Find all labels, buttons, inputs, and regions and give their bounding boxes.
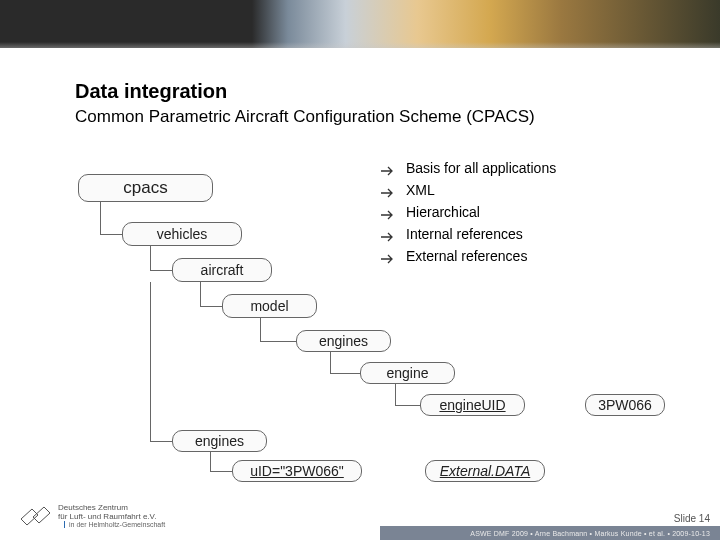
connector bbox=[330, 352, 331, 373]
title-block: Data integration Common Parametric Aircr… bbox=[75, 80, 535, 127]
page-title: Data integration bbox=[75, 80, 535, 103]
slide-number: Slide 14 bbox=[380, 513, 720, 524]
dlr-logo: Deutsches Zentrum für Luft- und Raumfahr… bbox=[18, 504, 165, 529]
bullet-text: External references bbox=[406, 248, 527, 264]
bullet-item: XML bbox=[380, 182, 556, 198]
node-uid: uID="3PW066" bbox=[232, 460, 362, 482]
node-engine: engine bbox=[360, 362, 455, 384]
org-line2: für Luft- und Raumfahrt e.V. bbox=[58, 513, 165, 522]
node-engines-2: engines bbox=[172, 430, 267, 452]
connector bbox=[395, 405, 420, 406]
connector bbox=[200, 282, 201, 306]
footer-bar: ASWE DMF 2009 • Arne Bachmann • Markus K… bbox=[380, 526, 720, 540]
node-cpacs: cpacs bbox=[78, 174, 213, 202]
dlr-logo-icon bbox=[18, 505, 52, 527]
bullet-item: External references bbox=[380, 248, 556, 264]
page-subtitle: Common Parametric Aircraft Configuration… bbox=[75, 107, 535, 127]
connector bbox=[330, 373, 360, 374]
bullet-text: XML bbox=[406, 182, 435, 198]
connector bbox=[395, 384, 396, 405]
node-engines-1: engines bbox=[296, 330, 391, 352]
connector bbox=[260, 318, 261, 341]
node-model: model bbox=[222, 294, 317, 318]
arrow-icon bbox=[380, 163, 396, 173]
connector bbox=[260, 341, 296, 342]
header-image bbox=[0, 0, 720, 48]
helmholtz-text: in der Helmholtz-Gemeinschaft bbox=[64, 521, 165, 528]
node-external-data: External.DATA bbox=[425, 460, 545, 482]
connector bbox=[150, 270, 172, 271]
node-aircraft: aircraft bbox=[172, 258, 272, 282]
connector bbox=[200, 306, 222, 307]
node-vehicles: vehicles bbox=[122, 222, 242, 246]
header-banner bbox=[0, 0, 720, 48]
arrow-icon bbox=[380, 185, 396, 195]
connector bbox=[100, 234, 122, 235]
connector bbox=[210, 471, 232, 472]
connector bbox=[210, 452, 211, 471]
connector bbox=[150, 282, 151, 441]
node-engine-uid: engineUID bbox=[420, 394, 525, 416]
connector bbox=[100, 202, 101, 234]
connector bbox=[150, 441, 172, 442]
connector bbox=[150, 246, 151, 270]
bullet-item: Hierarchical bbox=[380, 204, 556, 220]
bullet-text: Hierarchical bbox=[406, 204, 480, 220]
bullet-text: Basis for all applications bbox=[406, 160, 556, 176]
dlr-logo-text: Deutsches Zentrum für Luft- und Raumfahr… bbox=[58, 504, 165, 529]
bullet-item: Internal references bbox=[380, 226, 556, 242]
arrow-icon bbox=[380, 229, 396, 239]
node-3pw066: 3PW066 bbox=[585, 394, 665, 416]
bullet-list: Basis for all applications XML Hierarchi… bbox=[380, 160, 556, 270]
connector bbox=[100, 202, 101, 203]
bullet-text: Internal references bbox=[406, 226, 523, 242]
arrow-icon bbox=[380, 251, 396, 261]
bullet-item: Basis for all applications bbox=[380, 160, 556, 176]
footer-right: Slide 14 ASWE DMF 2009 • Arne Bachmann •… bbox=[380, 513, 720, 540]
arrow-icon bbox=[380, 207, 396, 217]
